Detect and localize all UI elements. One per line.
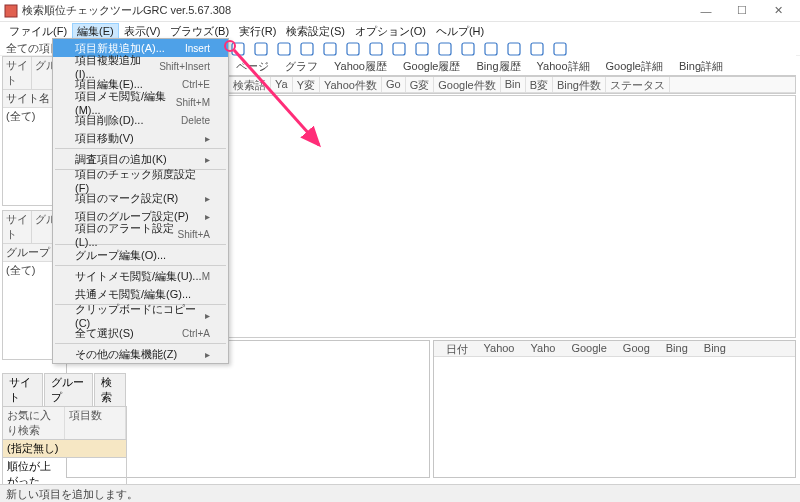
edit-menu-item[interactable]: 項目のチェック頻度設定(F) [53, 171, 228, 189]
column-header[interactable]: Yahoo件数 [320, 77, 382, 92]
svg-rect-8 [393, 43, 405, 55]
minimize-button[interactable]: — [688, 0, 724, 22]
edit-menu-item[interactable]: 項目削除(D)...Delete [53, 111, 228, 129]
list-icon[interactable] [343, 40, 363, 58]
column-header[interactable]: B変 [526, 77, 553, 92]
svg-rect-11 [462, 43, 474, 55]
edit-menu-item[interactable]: グループ編集(O)... [53, 246, 228, 264]
edit-menu-item[interactable]: サイトメモ閲覧/編集(U)...M [53, 267, 228, 285]
star-icon[interactable] [297, 40, 317, 58]
1url-icon[interactable] [435, 40, 455, 58]
edit-menu-item[interactable]: 項目移動(V)▸ [53, 129, 228, 147]
svg-rect-13 [508, 43, 520, 55]
site-icon[interactable] [481, 40, 501, 58]
svg-rect-7 [370, 43, 382, 55]
column-header[interactable]: ステータス [606, 77, 670, 92]
svg-rect-15 [554, 43, 566, 55]
menu-item[interactable]: 検索設定(S) [281, 23, 350, 40]
fav-tab[interactable]: グループ [44, 373, 94, 406]
column-header[interactable]: Bing件数 [553, 77, 606, 92]
svg-rect-12 [485, 43, 497, 55]
svg-rect-10 [439, 43, 451, 55]
column-header[interactable]: Y変 [293, 77, 320, 92]
app-icon [4, 4, 18, 18]
column-header[interactable]: Go [382, 77, 406, 92]
ab-icon[interactable] [504, 40, 524, 58]
toolbar [228, 38, 796, 60]
svg-rect-3 [278, 43, 290, 55]
close-button[interactable]: ✕ [760, 0, 796, 22]
result-tab[interactable]: Yahoo詳細 [529, 58, 598, 75]
grid-header: 検索語YaY変Yahoo件数GoG変Google件数BinB変Bing件数ステー… [228, 76, 796, 94]
chart-column: Yaho [523, 341, 564, 356]
edit-menu-item[interactable]: 項目複製追加(I)...Shift+Insert [53, 57, 228, 75]
svg-rect-1 [232, 43, 244, 55]
favorites-panel[interactable]: サイトグループ検索 お気に入り検索項目数 (指定無し) 順位が上がった 順位が下… [2, 373, 127, 502]
column-header[interactable]: Google件数 [434, 77, 500, 92]
menu-item[interactable]: 表示(V) [119, 23, 166, 40]
wifi-icon[interactable] [320, 40, 340, 58]
fav-tab[interactable]: 検索 [94, 373, 126, 406]
svg-rect-2 [255, 43, 267, 55]
svg-rect-0 [5, 5, 17, 17]
edit-menu-item[interactable]: 項目メモ閲覧/編集(M)...Shift+M [53, 93, 228, 111]
menu-item[interactable]: ファイル(F) [4, 23, 72, 40]
result-tab[interactable]: Google履歴 [395, 58, 468, 75]
result-tab[interactable]: Google詳細 [598, 58, 671, 75]
edit-menu-dropdown: 項目新規追加(A)...Insert項目複製追加(I)...Shift+Inse… [52, 38, 229, 364]
all-icon[interactable] [228, 40, 248, 58]
svg-rect-5 [324, 43, 336, 55]
chart-data-pane[interactable]: 日付YahooYahoGoogleGoogBingBing [433, 340, 797, 478]
result-tab[interactable]: Bing履歴 [468, 58, 528, 75]
svg-rect-6 [347, 43, 359, 55]
chart-column: Bing [696, 341, 734, 356]
chart-column: Bing [658, 341, 696, 356]
status-bar: 新しい項目を追加します。 [0, 484, 800, 502]
maximize-button[interactable]: ☐ [724, 0, 760, 22]
menu-item[interactable]: ヘルプ(H) [431, 23, 489, 40]
chart-column: Yahoo [476, 341, 523, 356]
edit-menu-item[interactable]: 項目のアラート設定(L)...Shift+A [53, 225, 228, 243]
svg-rect-14 [531, 43, 543, 55]
window-title: 検索順位チェックツールGRC ver.5.67.308 [22, 3, 688, 18]
column-header[interactable]: 検索語 [229, 77, 271, 92]
spark-icon[interactable] [274, 40, 294, 58]
result-tab[interactable]: Bing詳細 [671, 58, 731, 75]
edit-menu-item[interactable]: 共通メモ閲覧/編集(G)... [53, 285, 228, 303]
url-icon[interactable] [366, 40, 386, 58]
edit-menu-item[interactable]: その他の編集機能(Z)▸ [53, 345, 228, 363]
search-icon[interactable] [527, 40, 547, 58]
menu-item[interactable]: オプション(O) [350, 23, 431, 40]
result-tabs: ページグラフYahoo履歴Google履歴Bing履歴Yahoo詳細Google… [228, 58, 796, 76]
svg-rect-9 [416, 43, 428, 55]
grid-body[interactable] [228, 95, 796, 338]
chart-column: 日付 [438, 341, 476, 356]
result-tab[interactable]: ページ [228, 58, 277, 75]
edit-menu-item[interactable]: 調査項目の追加(K)▸ [53, 150, 228, 168]
fav-tab[interactable]: サイト [2, 373, 43, 406]
menu-item[interactable]: 実行(R) [234, 23, 281, 40]
chart-icon[interactable] [412, 40, 432, 58]
result-tab[interactable]: Yahoo履歴 [326, 58, 395, 75]
title-bar: 検索順位チェックツールGRC ver.5.67.308 — ☐ ✕ [0, 0, 800, 22]
list2-icon[interactable] [458, 40, 478, 58]
chart-column: Google [563, 341, 614, 356]
chart-column: Goog [615, 341, 658, 356]
svg-rect-4 [301, 43, 313, 55]
column-header[interactable]: G変 [406, 77, 435, 92]
grid-icon[interactable] [389, 40, 409, 58]
result-tab[interactable]: グラフ [277, 58, 326, 75]
edit-menu-item[interactable]: クリップボードにコピー(C)▸ [53, 306, 228, 324]
column-header[interactable]: Ya [271, 77, 293, 92]
crown-icon[interactable] [251, 40, 271, 58]
menu-item[interactable]: 編集(E) [72, 23, 119, 40]
column-header[interactable]: Bin [501, 77, 526, 92]
menu-item[interactable]: ブラウズ(B) [165, 23, 234, 40]
cloud-icon[interactable] [550, 40, 570, 58]
